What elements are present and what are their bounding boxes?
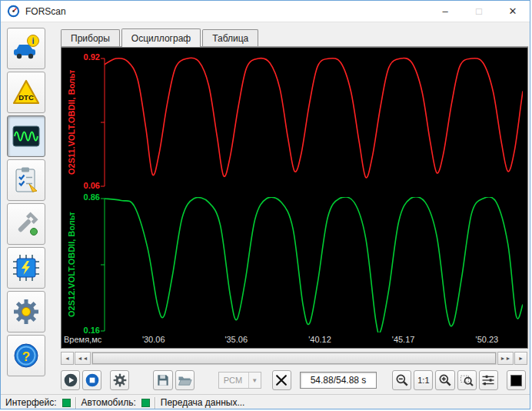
sidebar-button-help[interactable]: ? bbox=[7, 335, 45, 376]
module-select-value: PCM bbox=[219, 376, 248, 385]
waveform-plot bbox=[62, 48, 527, 348]
car-info-icon: i bbox=[12, 34, 41, 63]
scroll-right-page-button[interactable]: ►► bbox=[497, 352, 514, 365]
x-tick-label: '40.12 bbox=[308, 335, 331, 344]
background-color-button[interactable] bbox=[507, 370, 526, 390]
zoom-out-button[interactable] bbox=[392, 370, 411, 390]
zoom-selection-button[interactable] bbox=[457, 370, 477, 390]
zoom-in-button[interactable] bbox=[435, 370, 454, 390]
status-message: Передача данных... bbox=[161, 397, 245, 408]
scrollbar-track[interactable] bbox=[91, 352, 497, 365]
close-button[interactable]: ✕ bbox=[496, 1, 530, 22]
tab-oscillograph[interactable]: Осциллограф bbox=[121, 28, 201, 47]
disconnect-button[interactable] bbox=[272, 370, 291, 390]
chevron-down-icon: ▼ bbox=[248, 373, 261, 388]
maximize-button[interactable]: □ bbox=[462, 1, 496, 22]
sidebar-button-settings[interactable] bbox=[7, 291, 45, 332]
open-button[interactable] bbox=[175, 370, 195, 390]
title-bar: FORScan – □ ✕ bbox=[1, 1, 530, 22]
tab-bar: Приборы Осциллограф Таблица bbox=[61, 28, 528, 47]
oscilloscope-canvas[interactable]: Время,мс 0.920.06O2S11.VOLT.OBDII, Вольт… bbox=[61, 47, 528, 349]
interface-status-indicator bbox=[62, 399, 71, 407]
gear-icon bbox=[112, 373, 128, 388]
scale-1to1-button[interactable]: 1:1 bbox=[414, 370, 433, 390]
play-button[interactable] bbox=[61, 370, 80, 390]
module-select[interactable]: PCM ▼ bbox=[218, 372, 261, 389]
dtc-glyph: DTC bbox=[18, 93, 34, 102]
x-tick-label: '45.17 bbox=[392, 335, 415, 344]
stop-icon bbox=[85, 373, 100, 388]
interface-label: Интерфейс: bbox=[5, 397, 57, 408]
tab-devices[interactable]: Приборы bbox=[61, 29, 120, 46]
vehicle-status-indicator bbox=[141, 399, 150, 407]
stop-button[interactable] bbox=[82, 370, 101, 390]
tests-clipboard-icon bbox=[12, 165, 41, 195]
signal-levels-button[interactable] bbox=[479, 370, 498, 390]
floppy-save-icon bbox=[155, 373, 171, 388]
vehicle-label: Автомобиль: bbox=[81, 397, 136, 408]
status-bar: Интерфейс: Автомобиль: Передача данных..… bbox=[1, 394, 530, 409]
x-axis-title: Время,мс bbox=[64, 335, 101, 344]
save-button[interactable] bbox=[153, 370, 172, 390]
zoom-in-icon bbox=[437, 373, 453, 388]
sidebar-button-vehicle-info[interactable]: i bbox=[7, 28, 45, 69]
chip-icon bbox=[12, 253, 41, 282]
dtc-warning-icon: DTC bbox=[12, 78, 41, 107]
status-interface: Интерфейс: bbox=[1, 395, 75, 409]
disconnect-icon bbox=[274, 373, 289, 388]
scroll-left-button[interactable]: ◄ bbox=[61, 352, 74, 365]
scrollbar-thumb[interactable] bbox=[92, 353, 496, 364]
forscan-app-icon bbox=[7, 5, 20, 18]
sidebar-button-oscilloscope[interactable] bbox=[7, 115, 45, 157]
horizontal-scrollbar: ◄ ◄◄ ►► ► bbox=[61, 352, 528, 365]
open-folder-icon bbox=[177, 373, 192, 388]
app-window: FORScan – □ ✕ i DTC bbox=[0, 0, 530, 409]
x-tick-label: '30.06 bbox=[142, 335, 165, 344]
waveform-trace-2 bbox=[105, 197, 523, 334]
tab-table[interactable]: Таблица bbox=[202, 29, 258, 46]
x-tick-label: '50.23 bbox=[476, 335, 499, 344]
sidebar-button-service[interactable] bbox=[7, 203, 45, 245]
x-tick-label: '35.06 bbox=[224, 335, 248, 344]
gear-icon bbox=[12, 297, 41, 326]
sidebar-button-tests[interactable] bbox=[7, 159, 45, 201]
scroll-left-page-button[interactable]: ◄◄ bbox=[75, 352, 91, 365]
scroll-right-button[interactable]: ► bbox=[514, 352, 527, 365]
status-vehicle: Автомобиль: bbox=[77, 395, 155, 409]
play-icon bbox=[63, 373, 78, 388]
zoom-selection-icon bbox=[459, 373, 474, 388]
channel-name-label: O2S11.VOLT.OBDII, Вольт bbox=[67, 58, 76, 186]
status-message-area: Передача данных... bbox=[156, 395, 530, 409]
sidebar: i DTC bbox=[1, 22, 52, 394]
wrench-icon bbox=[12, 209, 41, 239]
waveform-trace-1 bbox=[105, 58, 523, 178]
main-panel: Приборы Осциллограф Таблица Время,мс 0.9… bbox=[52, 22, 530, 394]
zoom-out-icon bbox=[394, 373, 410, 388]
scope-toolbar: PCM ▼ 54.88/54.88 s 1:1 bbox=[61, 369, 528, 391]
channel-name-label: O2S12.VOLT.OBDII, Вольт bbox=[67, 199, 76, 331]
oscilloscope-icon bbox=[12, 122, 41, 151]
time-display: 54.88/54.88 s bbox=[300, 372, 377, 389]
window-title: FORScan bbox=[25, 6, 428, 17]
color-swatch-black bbox=[510, 375, 522, 386]
minimize-button[interactable]: – bbox=[428, 1, 462, 22]
help-icon: ? bbox=[12, 341, 41, 370]
sidebar-button-configuration[interactable] bbox=[7, 247, 45, 289]
signal-levels-icon bbox=[480, 373, 496, 388]
sidebar-button-dtc[interactable]: DTC bbox=[7, 72, 45, 113]
scope-settings-button[interactable] bbox=[110, 370, 129, 390]
info-glyph: i bbox=[32, 36, 34, 45]
help-glyph: ? bbox=[22, 349, 30, 364]
